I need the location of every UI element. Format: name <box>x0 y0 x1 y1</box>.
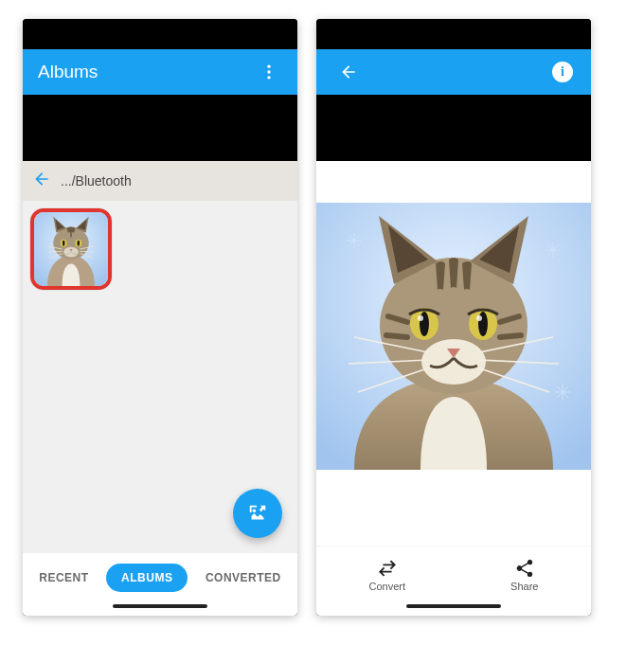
convert-label: Convert <box>369 581 406 592</box>
viewer-spacer-bottom <box>316 470 591 546</box>
share-label: Share <box>510 581 538 592</box>
bottom-tabs: RECENT ALBUMS CONVERTED <box>23 553 297 602</box>
share-icon <box>514 558 535 579</box>
share-button[interactable]: Share <box>510 558 538 592</box>
svg-point-39 <box>418 315 423 321</box>
convert-icon <box>377 558 398 579</box>
app-bar: Albums <box>23 49 297 95</box>
viewer-actions: Convert Share <box>316 546 591 602</box>
tab-recent[interactable]: RECENT <box>24 564 103 592</box>
back-arrow-icon[interactable] <box>32 170 51 192</box>
svg-point-1 <box>267 70 270 73</box>
svg-line-31 <box>386 335 407 337</box>
black-band <box>316 95 591 161</box>
convert-button[interactable]: Convert <box>369 558 406 592</box>
status-bar <box>316 19 591 49</box>
tab-albums[interactable]: ALBUMS <box>106 564 188 592</box>
svg-point-2 <box>267 76 270 79</box>
breadcrumb-path: .../Bluetooth <box>61 173 132 188</box>
svg-point-0 <box>267 65 270 68</box>
app-bar-title: Albums <box>38 62 252 82</box>
breadcrumb: .../Bluetooth <box>23 161 297 201</box>
svg-point-9 <box>63 247 79 258</box>
svg-point-40 <box>476 315 482 321</box>
viewer-spacer-top <box>316 161 591 203</box>
nav-handle[interactable] <box>316 602 591 616</box>
svg-point-8 <box>78 241 80 246</box>
back-arrow-icon[interactable] <box>331 55 366 89</box>
nav-handle[interactable] <box>23 602 297 616</box>
tab-converted[interactable]: CONVERTED <box>190 564 296 592</box>
svg-point-37 <box>420 312 429 336</box>
grid-area <box>23 201 297 553</box>
info-icon[interactable]: i <box>546 55 580 89</box>
svg-point-34 <box>421 339 486 385</box>
phone-right: i <box>316 19 591 616</box>
app-bar: i <box>316 49 591 95</box>
black-band <box>23 95 297 161</box>
svg-line-33 <box>500 335 521 337</box>
viewer-image[interactable] <box>316 203 591 470</box>
svg-point-7 <box>63 241 64 246</box>
add-image-fab[interactable] <box>233 489 282 538</box>
more-options-icon[interactable] <box>252 55 286 89</box>
photo-thumbnail[interactable] <box>30 208 112 290</box>
phone-left: Albums .../Bluetooth <box>23 19 297 616</box>
svg-point-38 <box>478 312 488 336</box>
status-bar <box>23 19 297 49</box>
